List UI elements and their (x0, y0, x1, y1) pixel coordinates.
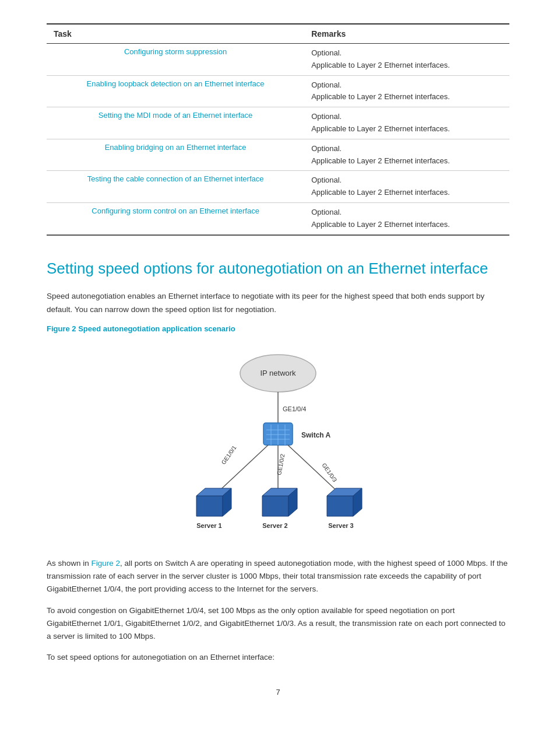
task-cell: Enabling loopback detection on an Ethern… (47, 75, 304, 107)
task-cell: Configuring storm suppression (47, 44, 304, 76)
body-paragraph-1: Speed autonegotiation enables an Etherne… (47, 290, 509, 316)
table-row: Enabling loopback detection on an Ethern… (47, 75, 509, 107)
remarks-cell: Optional.Applicable to Layer 2 Ethernet … (304, 139, 509, 171)
task-link[interactable]: Configuring storm suppression (124, 47, 227, 56)
server2-label: Server 2 (262, 522, 287, 529)
remarks-applicable: Applicable to Layer 2 Ethernet interface… (311, 187, 502, 199)
figure-caption: Figure 2 Speed autonegotiation applicati… (47, 324, 509, 333)
table-header-task: Task (47, 24, 304, 44)
body-paragraph-4: To set speed options for autonegotiation… (47, 651, 509, 664)
body-paragraph-3: To avoid congestion on GigabitEthernet 1… (47, 604, 509, 643)
server3-label: Server 3 (328, 522, 353, 529)
task-link[interactable]: Configuring storm control on an Ethernet… (92, 206, 259, 215)
table-row: Configuring storm control on an Ethernet… (47, 202, 509, 235)
network-diagram: IP network GE1/0/4 Switch A GE1/0/1 GE1/… (156, 341, 400, 540)
svg-marker-12 (196, 496, 223, 516)
ge102-label: GE1/0/2 (276, 453, 286, 475)
server1-label: Server 1 (196, 522, 221, 529)
remarks-cell: Optional.Applicable to Layer 2 Ethernet … (304, 44, 509, 76)
svg-marker-18 (327, 496, 353, 516)
remarks-cell: Optional.Applicable to Layer 2 Ethernet … (304, 202, 509, 235)
remarks-optional: Optional. (311, 111, 502, 123)
diagram-container: IP network GE1/0/4 Switch A GE1/0/1 GE1/… (47, 341, 509, 540)
ge103-label: GE1/0/3 (321, 462, 338, 484)
remarks-applicable: Applicable to Layer 2 Ethernet interface… (311, 155, 502, 167)
table-row: Setting the MDI mode of an Ethernet inte… (47, 107, 509, 139)
task-link[interactable]: Setting the MDI mode of an Ethernet inte… (98, 111, 252, 120)
remarks-applicable: Applicable to Layer 2 Ethernet interface… (311, 219, 502, 231)
remarks-optional: Optional. (311, 143, 502, 155)
figure2-link[interactable]: Figure 2 (92, 559, 121, 568)
switch-label: Switch A (301, 431, 331, 439)
task-cell: Testing the cable connection of an Ether… (47, 171, 304, 203)
remarks-optional: Optional. (311, 47, 502, 60)
task-cell: Enabling bridging on an Ethernet interfa… (47, 139, 304, 171)
ge101-label: GE1/0/1 (220, 444, 238, 466)
remarks-applicable: Applicable to Layer 2 Ethernet interface… (311, 123, 502, 135)
section-title: Setting speed options for autonegotiatio… (47, 259, 509, 279)
task-cell: Setting the MDI mode of an Ethernet inte… (47, 107, 304, 139)
remarks-optional: Optional. (311, 174, 502, 187)
task-link[interactable]: Enabling loopback detection on an Ethern… (87, 79, 265, 88)
remarks-applicable: Applicable to Layer 2 Ethernet interface… (311, 91, 502, 103)
table-row: Enabling bridging on an Ethernet interfa… (47, 139, 509, 171)
table-row: Configuring storm suppressionOptional.Ap… (47, 44, 509, 76)
remarks-cell: Optional.Applicable to Layer 2 Ethernet … (304, 171, 509, 203)
table-row: Testing the cable connection of an Ether… (47, 171, 509, 203)
task-link[interactable]: Testing the cable connection of an Ether… (87, 174, 264, 183)
table-header-remarks: Remarks (304, 24, 509, 44)
svg-marker-15 (262, 496, 288, 516)
remarks-cell: Optional.Applicable to Layer 2 Ethernet … (304, 75, 509, 107)
remarks-optional: Optional. (311, 79, 502, 92)
task-table: Task Remarks Configuring storm suppressi… (47, 23, 509, 236)
remarks-cell: Optional.Applicable to Layer 2 Ethernet … (304, 107, 509, 139)
ge104-label: GE1/0/4 (283, 405, 306, 412)
body-paragraph-2: As shown in Figure 2, all ports on Switc… (47, 557, 509, 596)
page-number: 7 (47, 688, 509, 696)
remarks-optional: Optional. (311, 206, 502, 219)
remarks-applicable: Applicable to Layer 2 Ethernet interface… (311, 60, 502, 72)
ip-network-label: IP network (260, 369, 296, 377)
task-cell: Configuring storm control on an Ethernet… (47, 202, 304, 235)
task-link[interactable]: Enabling bridging on an Ethernet interfa… (105, 143, 247, 152)
